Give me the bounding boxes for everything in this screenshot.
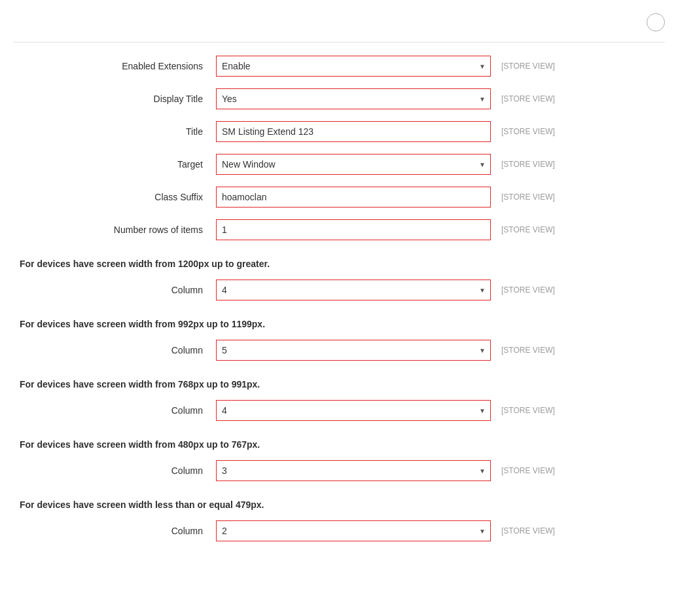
select-wrapper-target: New WindowSame Window xyxy=(216,154,491,175)
select-wrapper-column_479: 123456 xyxy=(216,520,491,541)
select-column_992[interactable]: 123456 xyxy=(216,340,491,361)
field-control-column_992: 123456 xyxy=(216,340,491,361)
field-control-title xyxy=(216,121,491,142)
field-label-column_1200: Column xyxy=(20,285,216,295)
store-view-label: [STORE VIEW] xyxy=(501,62,567,71)
store-view-label: [STORE VIEW] xyxy=(501,94,567,103)
select-wrapper-enabled_extensions: EnableDisable xyxy=(216,56,491,77)
select-column_480[interactable]: 123456 xyxy=(216,460,491,481)
store-view-label: [STORE VIEW] xyxy=(501,160,567,169)
select-wrapper-column_480: 123456 xyxy=(216,460,491,481)
section-header xyxy=(13,13,665,43)
field-control-enabled_extensions: EnableDisable xyxy=(216,56,491,77)
field-label-column_479: Column xyxy=(20,526,216,536)
page-container: Enabled ExtensionsEnableDisable[STORE VI… xyxy=(0,0,678,566)
form-row-class_suffix: Class Suffix[STORE VIEW] xyxy=(13,187,665,208)
input-number_rows[interactable] xyxy=(216,219,491,240)
field-control-column_1200: 123456 xyxy=(216,280,491,300)
form-row-column_992: Column123456[STORE VIEW] xyxy=(13,340,665,361)
field-control-number_rows xyxy=(216,219,491,240)
select-target[interactable]: New WindowSame Window xyxy=(216,154,491,175)
select-column_1200[interactable]: 123456 xyxy=(216,280,491,300)
responsive-description-1: For devices have screen width from 992px… xyxy=(13,312,665,340)
select-column_479[interactable]: 123456 xyxy=(216,520,491,541)
field-control-target: New WindowSame Window xyxy=(216,154,491,175)
select-wrapper-column_1200: 123456 xyxy=(216,280,491,300)
store-view-label: [STORE VIEW] xyxy=(501,406,567,415)
form-row-enabled_extensions: Enabled ExtensionsEnableDisable[STORE VI… xyxy=(13,56,665,77)
responsive-container: For devices have screen width from 1200p… xyxy=(13,252,665,541)
form-row-title: Title[STORE VIEW] xyxy=(13,121,665,142)
store-view-label: [STORE VIEW] xyxy=(501,346,567,355)
field-control-column_479: 123456 xyxy=(216,520,491,541)
select-wrapper-display_title: YesNo xyxy=(216,88,491,109)
field-label-title: Title xyxy=(20,126,216,137)
form-row-number_rows: Number rows of items[STORE VIEW] xyxy=(13,219,665,240)
form-row-column_479: Column123456[STORE VIEW] xyxy=(13,520,665,541)
responsive-description-2: For devices have screen width from 768px… xyxy=(13,372,665,400)
responsive-description-0: For devices have screen width from 1200p… xyxy=(13,252,665,280)
field-label-column_480: Column xyxy=(20,465,216,476)
form-row-column_768: Column123456[STORE VIEW] xyxy=(13,400,665,421)
form-row-display_title: Display TitleYesNo[STORE VIEW] xyxy=(13,88,665,109)
form-row-target: TargetNew WindowSame Window[STORE VIEW] xyxy=(13,154,665,175)
input-class_suffix[interactable] xyxy=(216,187,491,208)
responsive-description-4: For devices have screen width less than … xyxy=(13,493,665,520)
select-wrapper-column_768: 123456 xyxy=(216,400,491,421)
store-view-label: [STORE VIEW] xyxy=(501,192,567,202)
store-view-label: [STORE VIEW] xyxy=(501,466,567,475)
select-wrapper-column_992: 123456 xyxy=(216,340,491,361)
field-control-column_768: 123456 xyxy=(216,400,491,421)
store-view-label: [STORE VIEW] xyxy=(501,285,567,295)
field-label-target: Target xyxy=(20,159,216,170)
select-display_title[interactable]: YesNo xyxy=(216,88,491,109)
form-row-column_1200: Column123456[STORE VIEW] xyxy=(13,280,665,300)
field-label-enabled_extensions: Enabled Extensions xyxy=(20,61,216,71)
store-view-label: [STORE VIEW] xyxy=(501,526,567,535)
store-view-label: [STORE VIEW] xyxy=(501,225,567,234)
select-column_768[interactable]: 123456 xyxy=(216,400,491,421)
select-enabled_extensions[interactable]: EnableDisable xyxy=(216,56,491,77)
field-label-class_suffix: Class Suffix xyxy=(20,192,216,202)
field-label-number_rows: Number rows of items xyxy=(20,225,216,235)
responsive-description-3: For devices have screen width from 480px… xyxy=(13,433,665,460)
field-label-column_992: Column xyxy=(20,345,216,355)
store-view-label: [STORE VIEW] xyxy=(501,127,567,136)
input-title[interactable] xyxy=(216,121,491,142)
field-control-column_480: 123456 xyxy=(216,460,491,481)
field-label-display_title: Display Title xyxy=(20,94,216,104)
fields-container: Enabled ExtensionsEnableDisable[STORE VI… xyxy=(13,56,665,240)
form-row-column_480: Column123456[STORE VIEW] xyxy=(13,460,665,481)
field-label-column_768: Column xyxy=(20,405,216,416)
field-control-display_title: YesNo xyxy=(216,88,491,109)
field-control-class_suffix xyxy=(216,187,491,208)
collapse-button[interactable] xyxy=(647,13,665,31)
